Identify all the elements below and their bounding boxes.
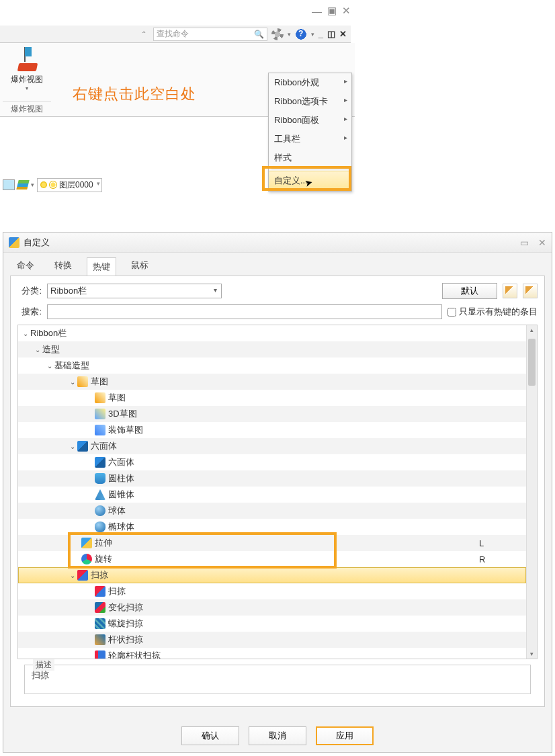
profilesweep-icon xyxy=(95,650,105,659)
top-title-controls: — ▣ ✕ xyxy=(312,5,351,17)
tree-row-hexa-grp[interactable]: ⌄六面体 xyxy=(18,438,526,454)
sun-icon xyxy=(50,181,56,188)
only-hotkey-checkbox-row[interactable]: 只显示有热键的条目 xyxy=(447,306,538,318)
ribbon-tool-label: 爆炸视图 xyxy=(3,74,51,85)
only-hotkey-checkbox[interactable] xyxy=(447,308,456,317)
ctx-separator xyxy=(271,169,349,169)
search-input[interactable] xyxy=(47,304,442,319)
keyboard-icon-button-2[interactable] xyxy=(523,284,538,298)
layers-dropdown-icon[interactable]: ▾ xyxy=(31,181,34,188)
varsweep-icon xyxy=(95,602,105,613)
dialog-help-icon[interactable]: ▭ xyxy=(520,237,529,248)
window-maximize-icon[interactable]: ◫ xyxy=(327,29,335,39)
keyboard-icon-button-1[interactable] xyxy=(503,284,517,298)
ctx-item-ribbon-panels[interactable]: Ribbon面板 xyxy=(269,111,351,130)
description-box: 描述 扫掠 xyxy=(24,665,531,694)
tree-row-cylinder[interactable]: 圆柱体 xyxy=(18,470,526,487)
dialog-buttons: 确认 取消 应用 xyxy=(3,726,552,745)
ctx-item-ribbon-tabs[interactable]: Ribbon选项卡 xyxy=(269,92,351,111)
color-swatch[interactable] xyxy=(3,179,15,190)
category-select[interactable]: Ribbon栏 xyxy=(47,284,222,298)
tree-row-sketch-grp[interactable]: ⌄草图 xyxy=(18,374,526,390)
tree-row-sphere[interactable]: 球体 xyxy=(18,503,526,519)
help-dropdown-icon[interactable]: ▾ xyxy=(311,31,314,38)
tree-row-helixsweep[interactable]: 螺旋扫掠 xyxy=(18,616,526,632)
ctx-item-style[interactable]: 样式 xyxy=(269,149,351,167)
search-icon[interactable]: 🔍 xyxy=(254,30,264,39)
ribbon-tool-explode-view[interactable]: 爆炸视图 ▾ xyxy=(3,43,51,91)
tree-row-hexa[interactable]: 六面体 xyxy=(18,454,526,470)
cube-icon xyxy=(95,457,105,468)
dialog-title-icon xyxy=(9,237,19,248)
cancel-button[interactable]: 取消 xyxy=(249,726,306,745)
help-icon[interactable] xyxy=(295,28,307,40)
tree-row-ellipsoid[interactable]: 椭球体 xyxy=(18,519,526,535)
dialog-tabs: 命令 转换 热键 鼠标 xyxy=(3,253,552,276)
tree-row-ribbon[interactable]: ⌄Ribbon栏 xyxy=(18,325,526,341)
gear-dropdown-icon[interactable]: ▾ xyxy=(288,31,291,38)
window-minimize-icon[interactable]: _ xyxy=(318,29,323,39)
layers-icon[interactable] xyxy=(16,180,29,190)
tree-list[interactable]: ⌄Ribbon栏 ⌄造型 ⌄基础造型 ⌄草图 草图 3D草图 装饰草图 ⌄六面体… xyxy=(18,325,526,659)
tree-row-revolve[interactable]: 旋转R xyxy=(18,551,526,567)
dialog-titlebar: 自定义 ▭ ✕ xyxy=(3,233,552,253)
minimize-icon[interactable]: — xyxy=(312,5,322,17)
ctx-item-toolbar[interactable]: 工具栏 xyxy=(269,130,351,149)
tree-label: 椭球体 xyxy=(108,521,134,533)
dialog-title: 自定义 xyxy=(24,237,50,249)
close-icon[interactable]: ✕ xyxy=(342,5,351,17)
tree-label: 圆锥体 xyxy=(108,489,134,501)
tree-scrollbar[interactable]: ▴ ▾ xyxy=(526,325,537,659)
tree-row-basic[interactable]: ⌄基础造型 xyxy=(18,358,526,374)
helixsweep-icon xyxy=(95,618,105,629)
dialog-body: 分类: Ribbon栏 默认 搜索: 只显示有热键的条目 ⌄Ribbon栏 ⌄造… xyxy=(10,276,545,707)
chevron-down-icon[interactable]: ▾ xyxy=(3,85,51,91)
layer-selector[interactable]: 图层0000 xyxy=(37,178,102,192)
tab-mouse[interactable]: 鼠标 xyxy=(126,257,154,276)
collapse-caret-icon[interactable]: ⌃ xyxy=(141,30,146,38)
window-close-icon[interactable]: ✕ xyxy=(339,29,347,39)
tree-hotkey: R xyxy=(479,554,513,564)
tab-convert[interactable]: 转换 xyxy=(49,257,77,276)
search-row: 搜索: 只显示有热键的条目 xyxy=(17,304,538,319)
sweep-icon xyxy=(95,586,105,597)
scroll-thumb[interactable] xyxy=(528,339,536,386)
command-search-input[interactable]: 查找命令 🔍 xyxy=(153,28,267,41)
tree-row-sweep[interactable]: 扫掠 xyxy=(18,583,526,599)
scroll-down-icon[interactable]: ▾ xyxy=(527,650,537,657)
apply-button[interactable]: 应用 xyxy=(316,726,374,745)
ctx-item-customize[interactable]: 自定义... xyxy=(269,171,351,191)
tree-row-extrude[interactable]: 拉伸L xyxy=(18,535,526,551)
tree-label: 轮廓杆状扫掠 xyxy=(108,650,161,659)
tree-label: 圆柱体 xyxy=(108,472,134,485)
tree-row-cone[interactable]: 圆锥体 xyxy=(18,487,526,503)
search-label: 搜索: xyxy=(17,306,42,318)
tab-command[interactable]: 命令 xyxy=(11,257,40,276)
tree-row-decsketch[interactable]: 装饰草图 xyxy=(18,422,526,438)
default-button[interactable]: 默认 xyxy=(442,283,497,299)
cube-icon xyxy=(77,441,88,452)
dialog-close-icon[interactable]: ✕ xyxy=(538,237,546,248)
scroll-up-icon[interactable]: ▴ xyxy=(527,327,537,333)
tree-row-sweep-grp[interactable]: ⌄扫掠 xyxy=(18,567,526,583)
hotkey-tree: ⌄Ribbon栏 ⌄造型 ⌄基础造型 ⌄草图 草图 3D草图 装饰草图 ⌄六面体… xyxy=(17,325,538,659)
tree-row-model[interactable]: ⌄造型 xyxy=(18,341,526,358)
tree-row-sketch[interactable]: 草图 xyxy=(18,390,526,406)
ellipsoid-icon xyxy=(95,521,105,532)
instruction-callout: 右键点击此空白处 xyxy=(73,84,196,104)
tree-label: 扫掠 xyxy=(91,569,108,581)
cylinder-icon xyxy=(95,473,105,484)
restore-icon[interactable]: ▣ xyxy=(327,5,337,17)
tree-label: 六面体 xyxy=(108,456,134,468)
tree-label: 3D草图 xyxy=(108,408,137,420)
tree-row-profilesweep[interactable]: 轮廓杆状扫掠 xyxy=(18,648,526,659)
tab-hotkey[interactable]: 热键 xyxy=(87,257,116,276)
tree-row-varsweep[interactable]: 变化扫掠 xyxy=(18,599,526,616)
sketch-icon xyxy=(95,392,105,403)
gear-icon[interactable] xyxy=(271,28,284,40)
tree-row-rodsweep[interactable]: 杆状扫掠 xyxy=(18,632,526,648)
tree-row-3dsketch[interactable]: 3D草图 xyxy=(18,406,526,422)
ok-button[interactable]: 确认 xyxy=(181,726,239,745)
ribbon-context-menu: Ribbon外观 Ribbon选项卡 Ribbon面板 工具栏 样式 自定义..… xyxy=(268,73,352,192)
ctx-item-ribbon-appearance[interactable]: Ribbon外观 xyxy=(269,73,351,92)
